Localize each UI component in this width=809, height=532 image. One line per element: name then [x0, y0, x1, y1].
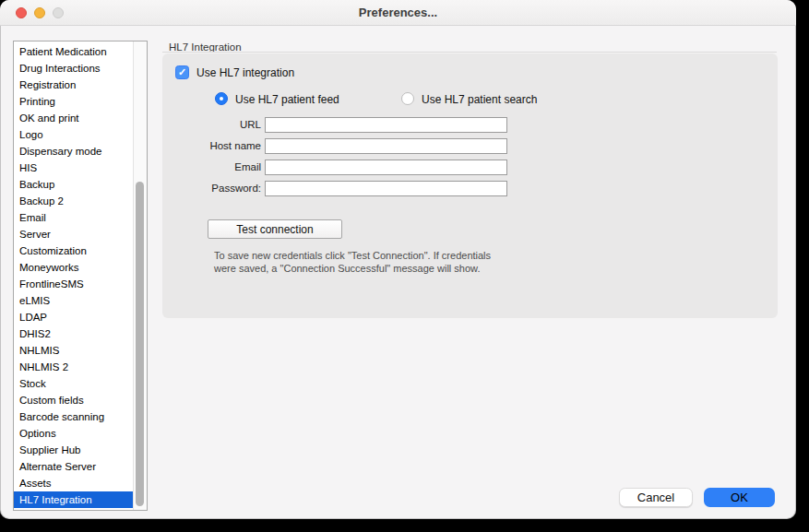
- radio-patient-search[interactable]: [401, 92, 414, 105]
- sidebar-item-assets[interactable]: Assets: [14, 475, 133, 491]
- sidebar-item-nhlmis[interactable]: NHLMIS: [14, 342, 133, 359]
- sidebar-item-nhlmis-2[interactable]: NHLMIS 2: [14, 359, 133, 375]
- sidebar-item-dispensary-mode[interactable]: Dispensary mode: [14, 143, 133, 160]
- email-input[interactable]: [265, 160, 507, 175]
- sidebar-item-ok-and-print[interactable]: OK and print: [14, 110, 133, 126]
- help-text-line1: To save new credentials click "Test Conn…: [214, 249, 491, 262]
- sidebar-item-registration[interactable]: Registration: [14, 77, 133, 93]
- radio-patient-search-label[interactable]: Use HL7 patient search: [422, 93, 537, 106]
- password-label: Password:: [162, 183, 261, 194]
- sidebar-item-barcode-scanning[interactable]: Barcode scanning: [14, 408, 133, 425]
- radio-patient-feed[interactable]: [215, 92, 228, 105]
- host-name-input[interactable]: [265, 138, 507, 154]
- sidebar-scrollbar-thumb[interactable]: [136, 182, 144, 506]
- host-name-label: Host name: [162, 140, 261, 151]
- sidebar-item-moneyworks[interactable]: Moneyworks: [14, 259, 133, 276]
- sidebar-item-dhis2[interactable]: DHIS2: [14, 325, 133, 342]
- sidebar-item-backup[interactable]: Backup: [14, 176, 133, 193]
- radio-dot: [220, 97, 223, 100]
- sidebar-item-his[interactable]: HIS: [14, 160, 133, 176]
- sidebar-item-hl7-integration[interactable]: HL7 Integration: [14, 491, 133, 508]
- url-input[interactable]: [265, 117, 507, 133]
- sidebar-item-options[interactable]: Options: [14, 425, 133, 442]
- sidebar-item-drug-interactions[interactable]: Drug Interactions: [14, 60, 133, 77]
- sidebar-item-supplier-hub[interactable]: Supplier Hub: [14, 442, 133, 458]
- url-label: URL: [162, 119, 261, 130]
- sidebar-scrollbar-track[interactable]: [133, 41, 147, 510]
- sidebar-list: Patient MedicationDrug InteractionsRegis…: [14, 43, 133, 508]
- help-text: To save new credentials click "Test Conn…: [214, 249, 491, 275]
- sidebar-item-custom-fields[interactable]: Custom fields: [14, 392, 133, 408]
- use-hl7-checkbox-label[interactable]: Use HL7 integration: [196, 66, 294, 79]
- section-divider: [162, 52, 777, 53]
- use-hl7-checkbox[interactable]: ✓: [175, 65, 189, 79]
- sidebar-item-logo[interactable]: Logo: [14, 126, 133, 143]
- sidebar-item-frontlinesms[interactable]: FrontlineSMS: [14, 276, 133, 292]
- sidebar-item-ldap[interactable]: LDAP: [14, 309, 133, 325]
- sidebar-item-patient-medication[interactable]: Patient Medication: [14, 43, 133, 60]
- sidebar-item-backup-2[interactable]: Backup 2: [14, 193, 133, 209]
- help-text-line2: were saved, a "Connection Successful" me…: [214, 262, 491, 275]
- preferences-category-list: Patient MedicationDrug InteractionsRegis…: [13, 41, 148, 511]
- sidebar-item-elmis[interactable]: eLMIS: [14, 292, 133, 309]
- preferences-window: Preferences... Patient MedicationDrug In…: [0, 0, 796, 519]
- sidebar-item-stock[interactable]: Stock: [14, 375, 133, 392]
- sidebar-item-customization[interactable]: Customization: [14, 242, 133, 259]
- radio-patient-feed-label[interactable]: Use HL7 patient feed: [235, 93, 339, 106]
- window-title: Preferences...: [0, 6, 796, 19]
- password-input[interactable]: [265, 181, 507, 196]
- sidebar-item-alternate-server[interactable]: Alternate Server: [14, 458, 133, 475]
- test-connection-button[interactable]: Test connection: [208, 219, 342, 239]
- sidebar-item-email[interactable]: Email: [14, 209, 133, 226]
- ok-button[interactable]: OK: [704, 488, 775, 507]
- cancel-button[interactable]: Cancel: [619, 488, 693, 507]
- email-label: Email: [162, 161, 261, 172]
- sidebar-item-server[interactable]: Server: [14, 226, 133, 242]
- hl7-settings-panel: ✓ Use HL7 integration Use HL7 patient fe…: [162, 53, 778, 318]
- sidebar-item-printing[interactable]: Printing: [14, 93, 133, 110]
- titlebar: Preferences...: [0, 0, 796, 26]
- check-icon: ✓: [178, 66, 186, 77]
